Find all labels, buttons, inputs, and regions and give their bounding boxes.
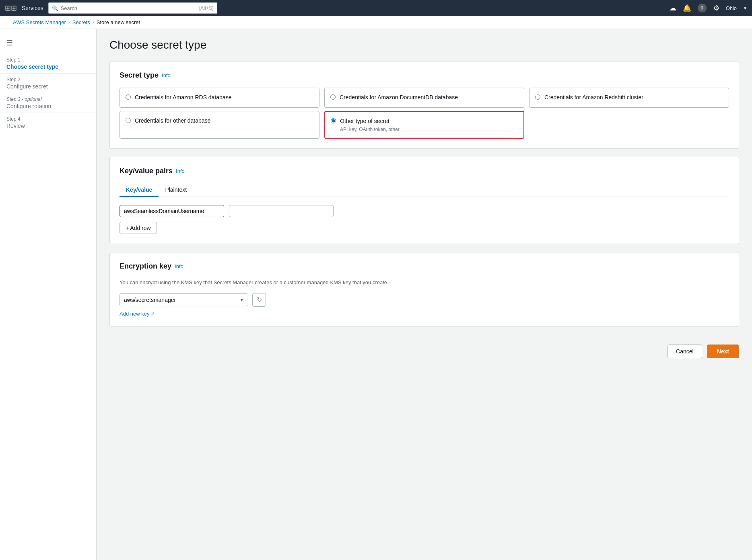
kv-pairs-title: Key/value pairs xyxy=(119,167,173,175)
cancel-button[interactable]: Cancel xyxy=(668,345,702,358)
step3-label: Step 3 - optional xyxy=(6,96,90,102)
kv-pairs-header: Key/value pairs Info xyxy=(119,167,729,175)
breadcrumb-secrets-manager[interactable]: AWS Secrets Manager xyxy=(13,19,66,25)
option-grid-spacer xyxy=(529,111,729,139)
secret-type-options-row1: Credentials for Amazon RDS database Cred… xyxy=(119,88,729,108)
secret-type-header: Secret type Info xyxy=(119,71,729,80)
main-layout: ☰ Step 1 Choose secret type Step 2 Confi… xyxy=(0,29,752,560)
option-other-type[interactable]: Other type of secret API key, OAuth toke… xyxy=(324,111,524,139)
step2-label: Step 2 xyxy=(6,77,90,82)
cloud-icon[interactable]: ☁ xyxy=(669,4,676,12)
step4-title: Review xyxy=(6,123,90,129)
option-other-type-content: Other type of secret API key, OAuth toke… xyxy=(340,117,401,133)
kms-select-wrapper: aws/secretsmanager ▼ xyxy=(119,293,248,306)
breadcrumb-current: Store a new secret xyxy=(97,19,140,25)
sidebar: ☰ Step 1 Choose secret type Step 2 Confi… xyxy=(0,29,97,560)
kv-pairs-info-link[interactable]: Info xyxy=(176,168,185,174)
secret-type-info-link[interactable]: Info xyxy=(162,72,171,78)
tab-plaintext[interactable]: Plaintext xyxy=(159,183,193,197)
encryption-header: Encryption key Info xyxy=(119,262,729,271)
option-documentdb[interactable]: Credentials for Amazon DocumentDB databa… xyxy=(324,88,524,108)
step3-title: Configure rotation xyxy=(6,103,90,109)
footer-actions: Cancel Next xyxy=(109,335,739,361)
kms-refresh-button[interactable]: ↻ xyxy=(252,293,266,307)
refresh-icon: ↻ xyxy=(257,296,262,304)
nav-icons: ☁ 🔔 ? ⚙ Ohio ▼ xyxy=(669,4,747,12)
gear-icon[interactable]: ⚙ xyxy=(713,4,719,12)
kms-row: aws/secretsmanager ▼ ↻ xyxy=(119,293,729,307)
option-other-type-radio[interactable] xyxy=(331,118,336,123)
kv-tabs: Key/value Plaintext xyxy=(119,183,729,197)
add-new-key-link[interactable]: Add new key ↗ xyxy=(119,311,729,317)
option-documentdb-label: Credentials for Amazon DocumentDB databa… xyxy=(340,94,458,102)
top-navigation: ⊞ Services 🔍 [Alt+S] ☁ 🔔 ? ⚙ Ohio ▼ xyxy=(0,0,752,16)
search-input[interactable] xyxy=(61,5,197,11)
sidebar-steps: Step 1 Choose secret type Step 2 Configu… xyxy=(0,51,96,135)
bell-icon[interactable]: 🔔 xyxy=(683,4,691,12)
breadcrumb-separator-2: › xyxy=(93,20,94,25)
step2-title: Configure secret xyxy=(6,83,90,90)
tab-keyvalue[interactable]: Key/value xyxy=(119,183,159,197)
next-button[interactable]: Next xyxy=(707,345,739,358)
secret-type-title: Secret type xyxy=(119,71,159,80)
kv-key-input[interactable] xyxy=(119,205,224,217)
secret-type-options-row2: Credentials for other database Other typ… xyxy=(119,111,729,139)
sidebar-item-step4[interactable]: Step 4 Review xyxy=(0,113,96,132)
breadcrumb: AWS Secrets Manager › Secrets › Store a … xyxy=(13,19,739,25)
option-other-db-radio[interactable] xyxy=(126,118,131,123)
option-rds[interactable]: Credentials for Amazon RDS database xyxy=(119,88,319,108)
option-redshift[interactable]: Credentials for Amazon Redshift cluster xyxy=(529,88,729,108)
external-link-icon: ↗ xyxy=(151,311,155,316)
search-icon: 🔍 xyxy=(52,5,58,11)
encryption-title: Encryption key xyxy=(119,262,171,271)
hamburger-icon[interactable]: ☰ xyxy=(0,35,96,51)
add-new-key-label: Add new key xyxy=(119,311,149,317)
option-other-type-sublabel: API key, OAuth token, other. xyxy=(340,127,401,132)
add-row-button[interactable]: + Add row xyxy=(119,222,157,234)
breadcrumb-secrets[interactable]: Secrets xyxy=(72,19,90,25)
encryption-section: Encryption key Info You can encrypt usin… xyxy=(109,252,739,327)
option-other-db[interactable]: Credentials for other database xyxy=(119,111,319,139)
add-new-key-wrapper: Add new key ↗ xyxy=(119,311,729,317)
option-redshift-label: Credentials for Amazon Redshift cluster xyxy=(544,94,643,102)
option-rds-radio[interactable] xyxy=(126,94,131,100)
search-hint: [Alt+S] xyxy=(199,5,214,11)
kv-pairs-section: Key/value pairs Info Key/value Plaintext… xyxy=(109,157,739,244)
option-other-db-label: Credentials for other database xyxy=(135,117,210,125)
question-icon[interactable]: ? xyxy=(698,4,707,12)
kv-row-1 xyxy=(119,205,729,217)
breadcrumb-area: AWS Secrets Manager › Secrets › Store a … xyxy=(0,16,752,29)
grid-icon[interactable]: ⊞ xyxy=(5,4,17,12)
step4-label: Step 4 xyxy=(6,116,90,122)
sidebar-item-step1[interactable]: Step 1 Choose secret type xyxy=(0,54,96,74)
sidebar-item-step2[interactable]: Step 2 Configure secret xyxy=(0,74,96,93)
step1-label: Step 1 xyxy=(6,57,90,63)
kv-value-input[interactable] xyxy=(229,205,334,217)
secret-type-section: Secret type Info Credentials for Amazon … xyxy=(109,61,739,149)
page-title: Choose secret type xyxy=(109,39,739,51)
region-chevron-icon: ▼ xyxy=(743,6,747,10)
encryption-description: You can encrypt using the KMS key that S… xyxy=(119,279,729,287)
option-redshift-radio[interactable] xyxy=(535,94,540,100)
services-label[interactable]: Services xyxy=(22,5,43,11)
search-box: 🔍 [Alt+S] xyxy=(48,2,217,14)
region-selector[interactable]: Ohio xyxy=(726,5,737,11)
option-rds-label: Credentials for Amazon RDS database xyxy=(135,94,231,102)
option-documentdb-radio[interactable] xyxy=(330,94,336,100)
step1-title: Choose secret type xyxy=(6,64,90,70)
option-other-type-label: Other type of secret xyxy=(340,117,401,125)
sidebar-item-step3[interactable]: Step 3 - optional Configure rotation xyxy=(0,93,96,113)
main-content: Choose secret type Secret type Info Cred… xyxy=(97,29,752,560)
breadcrumb-separator-1: › xyxy=(68,20,70,25)
encryption-info-link[interactable]: Info xyxy=(175,263,183,269)
kms-select[interactable]: aws/secretsmanager xyxy=(119,293,248,306)
